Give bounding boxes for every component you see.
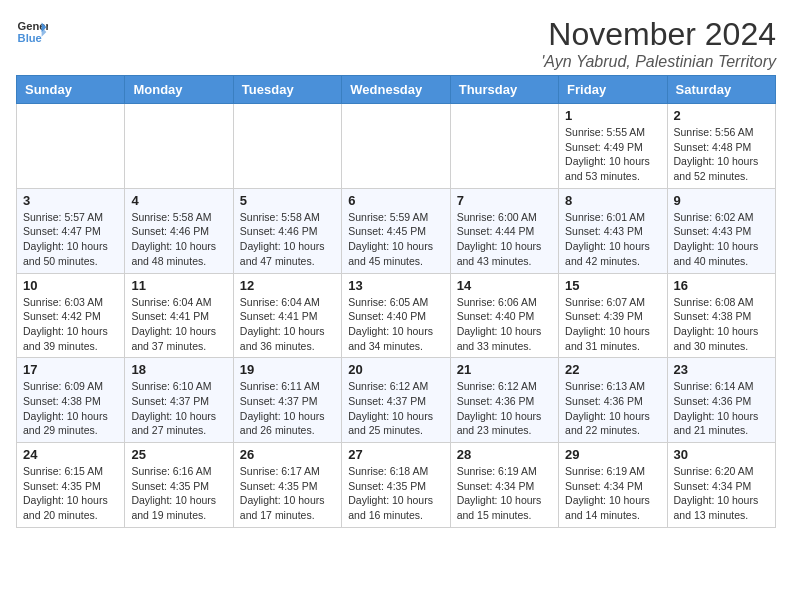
weekday-row: SundayMondayTuesdayWednesdayThursdayFrid… <box>17 76 776 104</box>
day-info: Sunrise: 6:11 AM Sunset: 4:37 PM Dayligh… <box>240 379 335 438</box>
calendar-cell: 6Sunrise: 5:59 AM Sunset: 4:45 PM Daylig… <box>342 188 450 273</box>
weekday-header: Tuesday <box>233 76 341 104</box>
day-info: Sunrise: 6:19 AM Sunset: 4:34 PM Dayligh… <box>565 464 660 523</box>
calendar-cell: 1Sunrise: 5:55 AM Sunset: 4:49 PM Daylig… <box>559 104 667 189</box>
day-number: 21 <box>457 362 552 377</box>
day-number: 14 <box>457 278 552 293</box>
day-number: 18 <box>131 362 226 377</box>
logo-icon: General Blue <box>16 16 48 48</box>
location-subtitle: 'Ayn Yabrud, Palestinian Territory <box>541 53 776 71</box>
day-info: Sunrise: 6:00 AM Sunset: 4:44 PM Dayligh… <box>457 210 552 269</box>
page-header: General Blue November 2024 'Ayn Yabrud, … <box>16 16 776 71</box>
calendar-cell: 29Sunrise: 6:19 AM Sunset: 4:34 PM Dayli… <box>559 443 667 528</box>
calendar-cell: 9Sunrise: 6:02 AM Sunset: 4:43 PM Daylig… <box>667 188 775 273</box>
calendar-cell: 26Sunrise: 6:17 AM Sunset: 4:35 PM Dayli… <box>233 443 341 528</box>
day-number: 19 <box>240 362 335 377</box>
calendar-week-row: 3Sunrise: 5:57 AM Sunset: 4:47 PM Daylig… <box>17 188 776 273</box>
calendar-cell: 18Sunrise: 6:10 AM Sunset: 4:37 PM Dayli… <box>125 358 233 443</box>
day-number: 15 <box>565 278 660 293</box>
day-number: 28 <box>457 447 552 462</box>
svg-text:Blue: Blue <box>18 32 42 44</box>
calendar-cell: 3Sunrise: 5:57 AM Sunset: 4:47 PM Daylig… <box>17 188 125 273</box>
calendar-cell <box>450 104 558 189</box>
day-number: 16 <box>674 278 769 293</box>
day-info: Sunrise: 5:59 AM Sunset: 4:45 PM Dayligh… <box>348 210 443 269</box>
day-number: 4 <box>131 193 226 208</box>
day-number: 3 <box>23 193 118 208</box>
calendar-week-row: 1Sunrise: 5:55 AM Sunset: 4:49 PM Daylig… <box>17 104 776 189</box>
calendar-cell: 4Sunrise: 5:58 AM Sunset: 4:46 PM Daylig… <box>125 188 233 273</box>
day-info: Sunrise: 5:58 AM Sunset: 4:46 PM Dayligh… <box>131 210 226 269</box>
day-number: 26 <box>240 447 335 462</box>
day-info: Sunrise: 6:14 AM Sunset: 4:36 PM Dayligh… <box>674 379 769 438</box>
calendar-cell <box>233 104 341 189</box>
day-number: 13 <box>348 278 443 293</box>
day-number: 5 <box>240 193 335 208</box>
day-info: Sunrise: 6:08 AM Sunset: 4:38 PM Dayligh… <box>674 295 769 354</box>
weekday-header: Friday <box>559 76 667 104</box>
day-number: 1 <box>565 108 660 123</box>
day-number: 9 <box>674 193 769 208</box>
day-number: 30 <box>674 447 769 462</box>
month-title: November 2024 <box>541 16 776 53</box>
calendar-week-row: 10Sunrise: 6:03 AM Sunset: 4:42 PM Dayli… <box>17 273 776 358</box>
calendar-cell: 14Sunrise: 6:06 AM Sunset: 4:40 PM Dayli… <box>450 273 558 358</box>
calendar-header: SundayMondayTuesdayWednesdayThursdayFrid… <box>17 76 776 104</box>
calendar-cell <box>17 104 125 189</box>
day-info: Sunrise: 6:05 AM Sunset: 4:40 PM Dayligh… <box>348 295 443 354</box>
day-info: Sunrise: 6:12 AM Sunset: 4:37 PM Dayligh… <box>348 379 443 438</box>
day-number: 8 <box>565 193 660 208</box>
day-info: Sunrise: 6:03 AM Sunset: 4:42 PM Dayligh… <box>23 295 118 354</box>
day-number: 22 <box>565 362 660 377</box>
calendar-cell: 28Sunrise: 6:19 AM Sunset: 4:34 PM Dayli… <box>450 443 558 528</box>
calendar-cell: 19Sunrise: 6:11 AM Sunset: 4:37 PM Dayli… <box>233 358 341 443</box>
day-info: Sunrise: 6:02 AM Sunset: 4:43 PM Dayligh… <box>674 210 769 269</box>
day-number: 29 <box>565 447 660 462</box>
day-info: Sunrise: 6:06 AM Sunset: 4:40 PM Dayligh… <box>457 295 552 354</box>
day-info: Sunrise: 6:19 AM Sunset: 4:34 PM Dayligh… <box>457 464 552 523</box>
day-number: 12 <box>240 278 335 293</box>
day-info: Sunrise: 6:07 AM Sunset: 4:39 PM Dayligh… <box>565 295 660 354</box>
day-info: Sunrise: 5:56 AM Sunset: 4:48 PM Dayligh… <box>674 125 769 184</box>
calendar-table: SundayMondayTuesdayWednesdayThursdayFrid… <box>16 75 776 528</box>
calendar-cell: 21Sunrise: 6:12 AM Sunset: 4:36 PM Dayli… <box>450 358 558 443</box>
calendar-week-row: 24Sunrise: 6:15 AM Sunset: 4:35 PM Dayli… <box>17 443 776 528</box>
calendar-cell: 5Sunrise: 5:58 AM Sunset: 4:46 PM Daylig… <box>233 188 341 273</box>
title-block: November 2024 'Ayn Yabrud, Palestinian T… <box>541 16 776 71</box>
day-info: Sunrise: 5:57 AM Sunset: 4:47 PM Dayligh… <box>23 210 118 269</box>
calendar-cell <box>125 104 233 189</box>
weekday-header: Thursday <box>450 76 558 104</box>
day-info: Sunrise: 6:15 AM Sunset: 4:35 PM Dayligh… <box>23 464 118 523</box>
weekday-header: Sunday <box>17 76 125 104</box>
calendar-cell: 30Sunrise: 6:20 AM Sunset: 4:34 PM Dayli… <box>667 443 775 528</box>
calendar-cell: 12Sunrise: 6:04 AM Sunset: 4:41 PM Dayli… <box>233 273 341 358</box>
day-info: Sunrise: 6:09 AM Sunset: 4:38 PM Dayligh… <box>23 379 118 438</box>
calendar-cell: 24Sunrise: 6:15 AM Sunset: 4:35 PM Dayli… <box>17 443 125 528</box>
weekday-header: Saturday <box>667 76 775 104</box>
calendar-cell: 25Sunrise: 6:16 AM Sunset: 4:35 PM Dayli… <box>125 443 233 528</box>
calendar-cell: 8Sunrise: 6:01 AM Sunset: 4:43 PM Daylig… <box>559 188 667 273</box>
day-info: Sunrise: 6:10 AM Sunset: 4:37 PM Dayligh… <box>131 379 226 438</box>
calendar-body: 1Sunrise: 5:55 AM Sunset: 4:49 PM Daylig… <box>17 104 776 528</box>
day-number: 2 <box>674 108 769 123</box>
day-number: 24 <box>23 447 118 462</box>
day-number: 23 <box>674 362 769 377</box>
calendar-week-row: 17Sunrise: 6:09 AM Sunset: 4:38 PM Dayli… <box>17 358 776 443</box>
weekday-header: Wednesday <box>342 76 450 104</box>
day-number: 11 <box>131 278 226 293</box>
day-info: Sunrise: 6:04 AM Sunset: 4:41 PM Dayligh… <box>240 295 335 354</box>
day-number: 10 <box>23 278 118 293</box>
logo: General Blue <box>16 16 48 48</box>
day-info: Sunrise: 6:12 AM Sunset: 4:36 PM Dayligh… <box>457 379 552 438</box>
day-number: 20 <box>348 362 443 377</box>
calendar-cell: 11Sunrise: 6:04 AM Sunset: 4:41 PM Dayli… <box>125 273 233 358</box>
calendar-cell: 23Sunrise: 6:14 AM Sunset: 4:36 PM Dayli… <box>667 358 775 443</box>
calendar-cell: 17Sunrise: 6:09 AM Sunset: 4:38 PM Dayli… <box>17 358 125 443</box>
day-number: 17 <box>23 362 118 377</box>
calendar-cell: 27Sunrise: 6:18 AM Sunset: 4:35 PM Dayli… <box>342 443 450 528</box>
day-info: Sunrise: 6:04 AM Sunset: 4:41 PM Dayligh… <box>131 295 226 354</box>
day-info: Sunrise: 6:18 AM Sunset: 4:35 PM Dayligh… <box>348 464 443 523</box>
day-info: Sunrise: 6:20 AM Sunset: 4:34 PM Dayligh… <box>674 464 769 523</box>
day-number: 27 <box>348 447 443 462</box>
calendar-cell: 15Sunrise: 6:07 AM Sunset: 4:39 PM Dayli… <box>559 273 667 358</box>
